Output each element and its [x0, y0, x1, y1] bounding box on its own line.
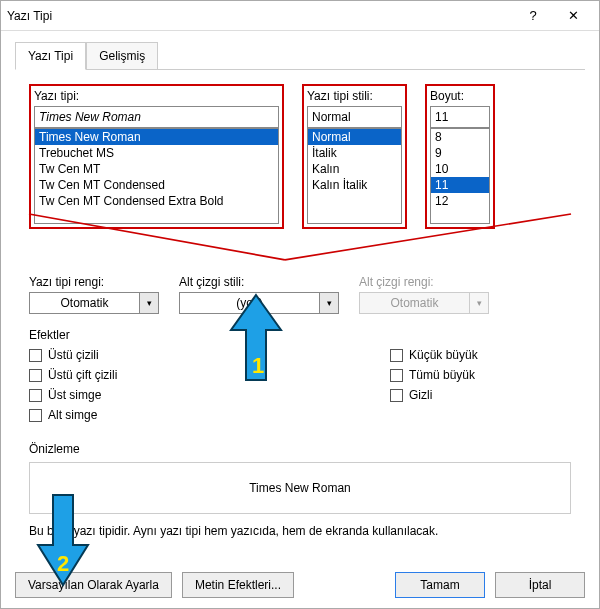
- list-item[interactable]: 11: [431, 177, 489, 193]
- list-item[interactable]: Normal: [308, 129, 401, 145]
- ok-button[interactable]: Tamam: [395, 572, 485, 598]
- list-item[interactable]: Tw Cen MT: [35, 161, 278, 177]
- font-list[interactable]: Times New Roman Trebuchet MS Tw Cen MT T…: [34, 128, 279, 224]
- preview-label: Önizleme: [29, 442, 571, 456]
- list-item[interactable]: 10: [431, 161, 489, 177]
- underline-style-combo[interactable]: (yok) ▾: [179, 292, 339, 314]
- list-item[interactable]: 12: [431, 193, 489, 209]
- font-style-group: Yazı tipi stili: Normal Normal İtalik Ka…: [302, 84, 407, 229]
- cb-label: Gizli: [409, 388, 432, 402]
- list-item[interactable]: Kalın İtalik: [308, 177, 401, 193]
- font-color-combo[interactable]: Otomatik ▾: [29, 292, 159, 314]
- set-default-button[interactable]: Varsayılan Olarak Ayarla: [15, 572, 172, 598]
- cancel-button[interactable]: İptal: [495, 572, 585, 598]
- cb-smallcaps[interactable]: Küçük büyük: [390, 348, 571, 362]
- list-item[interactable]: Trebuchet MS: [35, 145, 278, 161]
- checkbox-icon: [390, 369, 403, 382]
- font-name-group: Yazı tipi: Times New Roman Times New Rom…: [29, 84, 284, 229]
- cb-label: Üst simge: [48, 388, 101, 402]
- cb-superscript[interactable]: Üst simge: [29, 388, 210, 402]
- checkbox-icon: [29, 369, 42, 382]
- preview-text: Times New Roman: [249, 481, 351, 495]
- checkbox-icon: [29, 349, 42, 362]
- list-item[interactable]: Tw Cen MT Condensed: [35, 177, 278, 193]
- underline-color-value: Otomatik: [359, 292, 469, 314]
- cb-label: Tümü büyük: [409, 368, 475, 382]
- cb-hidden[interactable]: Gizli: [390, 388, 571, 402]
- window-title: Yazı Tipi: [7, 9, 513, 23]
- cb-label: Küçük büyük: [409, 348, 478, 362]
- font-input[interactable]: Times New Roman: [34, 106, 279, 128]
- chevron-down-icon: ▾: [469, 292, 489, 314]
- style-input[interactable]: Normal: [307, 106, 402, 128]
- size-list[interactable]: 8 9 10 11 12: [430, 128, 490, 224]
- size-label: Boyut:: [430, 89, 490, 103]
- list-item[interactable]: İtalik: [308, 145, 401, 161]
- tab-strip: Yazı Tipi Gelişmiş: [15, 41, 599, 69]
- dialog-footer: Varsayılan Olarak Ayarla Metin Efektleri…: [1, 562, 599, 608]
- style-list[interactable]: Normal İtalik Kalın Kalın İtalik: [307, 128, 402, 224]
- preview-box: Times New Roman: [29, 462, 571, 514]
- underline-style-label: Alt çizgi stili:: [179, 275, 339, 289]
- cb-strike[interactable]: Üstü çizili: [29, 348, 210, 362]
- cb-allcaps[interactable]: Tümü büyük: [390, 368, 571, 382]
- checkbox-icon: [29, 409, 42, 422]
- chevron-down-icon[interactable]: ▾: [319, 292, 339, 314]
- font-size-group: Boyut: 11 8 9 10 11 12: [425, 84, 495, 229]
- titlebar: Yazı Tipi ? ✕: [1, 1, 599, 31]
- chevron-down-icon[interactable]: ▾: [139, 292, 159, 314]
- cb-double-strike[interactable]: Üstü çift çizili: [29, 368, 210, 382]
- preview-note: Bu bir e yazı tipidir. Aynı yazı tipi he…: [29, 524, 571, 538]
- font-dialog: Yazı Tipi ? ✕ Yazı Tipi Gelişmiş Yazı ti…: [0, 0, 600, 609]
- checkbox-icon: [390, 389, 403, 402]
- font-top-row: Yazı tipi: Times New Roman Times New Rom…: [29, 84, 571, 229]
- cb-label: Üstü çizili: [48, 348, 99, 362]
- list-item[interactable]: Kalın: [308, 161, 401, 177]
- underline-color-label: Alt çizgi rengi:: [359, 275, 489, 289]
- underline-color-combo: Otomatik ▾: [359, 292, 489, 314]
- list-item[interactable]: 8: [431, 129, 489, 145]
- text-effects-button[interactable]: Metin Efektleri...: [182, 572, 294, 598]
- tab-font[interactable]: Yazı Tipi: [15, 42, 86, 70]
- checkbox-icon: [390, 349, 403, 362]
- tab-advanced[interactable]: Gelişmiş: [86, 42, 158, 70]
- cb-subscript[interactable]: Alt simge: [29, 408, 210, 422]
- list-item[interactable]: Times New Roman: [35, 129, 278, 145]
- list-item[interactable]: Tw Cen MT Condensed Extra Bold: [35, 193, 278, 209]
- size-input[interactable]: 11: [430, 106, 490, 128]
- underline-style-value: (yok): [179, 292, 319, 314]
- font-color-label: Yazı tipi rengi:: [29, 275, 159, 289]
- list-item[interactable]: 9: [431, 145, 489, 161]
- close-button[interactable]: ✕: [553, 8, 593, 23]
- style-label: Yazı tipi stili:: [307, 89, 402, 103]
- font-color-value: Otomatik: [29, 292, 139, 314]
- cb-label: Üstü çift çizili: [48, 368, 117, 382]
- effects-label: Efektler: [29, 328, 571, 342]
- checkbox-icon: [29, 389, 42, 402]
- help-button[interactable]: ?: [513, 8, 553, 23]
- font-label: Yazı tipi:: [34, 89, 279, 103]
- cb-label: Alt simge: [48, 408, 97, 422]
